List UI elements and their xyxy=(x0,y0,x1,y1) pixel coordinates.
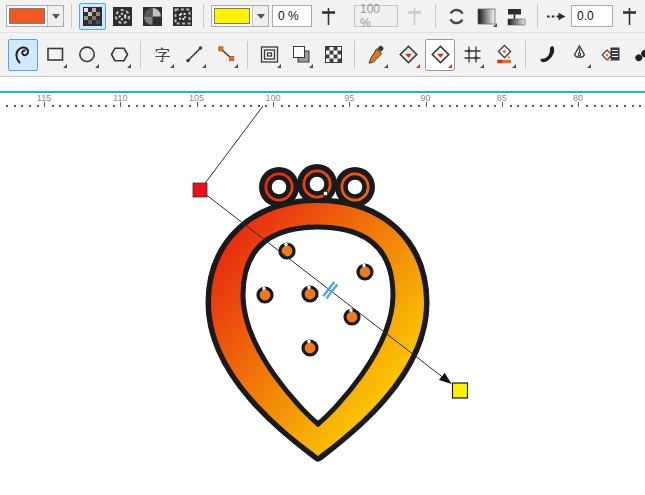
toolbar-separator xyxy=(247,41,248,69)
fountain-fill-end-color[interactable] xyxy=(211,5,269,27)
pen-nib-icon xyxy=(568,43,591,66)
strawberry-seed[interactable] xyxy=(258,287,272,302)
node-transparency-field: 100 % xyxy=(354,5,398,27)
property-bar: 0 %100 %0.0 xyxy=(0,0,645,33)
gradient-start-handle[interactable] xyxy=(193,183,207,197)
slider-icon xyxy=(618,5,641,28)
eyedropper-icon xyxy=(365,43,388,66)
contour-icon xyxy=(258,43,281,66)
pen-tool[interactable] xyxy=(564,39,594,71)
toolbar-separator xyxy=(537,4,538,28)
vector-editor-window: { "property_bar": { "items": [ {"kind":"… xyxy=(0,0,645,495)
rectangular-fountain-fill-button[interactable] xyxy=(169,3,196,30)
strawberry-seed[interactable] xyxy=(280,243,294,258)
polygon-icon xyxy=(108,43,131,66)
curve-node-marker[interactable] xyxy=(323,191,327,195)
strawberry-seed[interactable] xyxy=(358,264,372,279)
elliptical-fill-icon xyxy=(111,5,134,28)
mesh-fill-icon xyxy=(461,43,484,66)
svg-text:字: 字 xyxy=(155,46,170,64)
elliptical-fountain-fill-button[interactable] xyxy=(109,3,136,30)
fill-diamond-icon xyxy=(397,43,420,66)
artistic-media-tool[interactable] xyxy=(532,39,562,71)
toolbar-separator xyxy=(525,41,526,69)
reverse-fill-button[interactable] xyxy=(443,3,470,30)
toolbar-separator xyxy=(435,4,436,28)
dashed-arrow-icon xyxy=(545,5,568,28)
fill-diamond-icon xyxy=(429,43,452,66)
drawing-canvas[interactable] xyxy=(0,77,645,494)
chevron-down-icon[interactable] xyxy=(252,6,268,26)
rotate-icon xyxy=(445,5,468,28)
fountain-fill-start-color[interactable] xyxy=(6,5,64,27)
drop-shadow-icon xyxy=(290,43,313,66)
node-position-field[interactable]: 0 % xyxy=(272,5,312,27)
linear-fill-icon xyxy=(81,5,104,28)
smart-fill-tool[interactable] xyxy=(489,39,519,71)
rectangle-tool[interactable] xyxy=(40,39,70,71)
node-transparency-slider[interactable] xyxy=(401,3,428,30)
toolbar-separator xyxy=(71,4,72,28)
edit-fill-tool[interactable] xyxy=(393,39,423,71)
smart-fill-icon xyxy=(493,43,516,66)
drop-shadow-tool[interactable] xyxy=(286,39,316,71)
fountain-fill-preview-button[interactable] xyxy=(473,3,500,30)
strawberry-object[interactable] xyxy=(211,164,424,456)
interactive-fill-tool[interactable] xyxy=(425,39,455,71)
transparency-tool[interactable] xyxy=(318,39,348,71)
strawberry-seed[interactable] xyxy=(303,340,317,355)
freehand-tool[interactable] xyxy=(8,39,38,71)
fill-offset-slider[interactable] xyxy=(616,3,643,30)
mesh-fill-tool[interactable] xyxy=(457,39,487,71)
gradient-lead-line xyxy=(200,106,263,190)
slider-icon xyxy=(317,5,340,28)
dimension-icon xyxy=(183,43,206,66)
contour-tool[interactable] xyxy=(254,39,284,71)
fill-properties-tool[interactable] xyxy=(596,39,626,71)
fountain-fill-start-color-swatch xyxy=(9,8,45,24)
gradient-strip-icon xyxy=(475,5,498,28)
connector-icon xyxy=(215,43,238,66)
text-icon: 字 xyxy=(151,43,174,66)
conical-fountain-fill-button[interactable] xyxy=(139,3,166,30)
toolbox-bar: 字 xyxy=(0,33,645,77)
ellipse-tool[interactable] xyxy=(72,39,102,71)
node-position-slider[interactable] xyxy=(315,3,342,30)
slider-icon xyxy=(403,5,426,28)
artistic-media-icon xyxy=(536,43,559,66)
offset-arrow-icon xyxy=(545,5,568,28)
canvas-area[interactable]: 11511010510095908580 xyxy=(0,77,645,494)
strawberry-seed[interactable] xyxy=(303,286,317,301)
ellipse-icon xyxy=(76,43,99,66)
connector-tool[interactable] xyxy=(211,39,241,71)
chevron-down-icon[interactable] xyxy=(47,6,63,26)
conical-fill-icon xyxy=(141,5,164,28)
color-eyedropper-tool[interactable] xyxy=(361,39,391,71)
fill-offset-field[interactable]: 0.0 xyxy=(571,5,613,27)
steps-icon xyxy=(505,5,528,28)
smart-drawing-tool[interactable] xyxy=(628,39,645,71)
fountain-fill-end-color-swatch xyxy=(214,8,250,24)
freehand-icon xyxy=(12,43,35,66)
transparency-icon xyxy=(322,43,345,66)
rectangular-fill-icon xyxy=(171,5,194,28)
gradient-arrowhead xyxy=(439,373,452,384)
fountain-steps-button[interactable] xyxy=(503,3,530,30)
fill-properties-icon xyxy=(600,43,623,66)
gradient-end-handle[interactable] xyxy=(453,383,468,398)
linear-fountain-fill-button[interactable] xyxy=(79,3,106,30)
toolbar-separator xyxy=(140,41,141,69)
toolbar-separator xyxy=(354,41,355,69)
polygon-tool[interactable] xyxy=(104,39,134,71)
dimension-tool[interactable] xyxy=(179,39,209,71)
toolbar-separator xyxy=(203,4,204,28)
text-tool[interactable]: 字 xyxy=(147,39,177,71)
capsule-icon xyxy=(632,43,645,66)
rectangle-icon xyxy=(44,43,67,66)
